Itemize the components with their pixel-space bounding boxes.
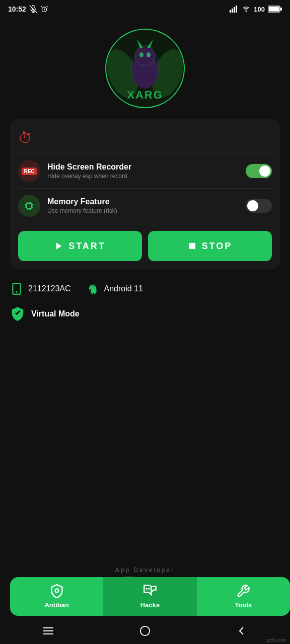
- device-info-row: 2112123AC Android 11: [0, 274, 290, 303]
- rec-badge: REC: [22, 168, 36, 175]
- battery-display: 100: [254, 6, 265, 13]
- play-icon: [54, 242, 63, 251]
- svg-rect-26: [27, 203, 32, 208]
- battery-icon: [268, 6, 282, 13]
- virtual-mode-label: Virtual Mode: [31, 309, 80, 318]
- toggle-text-memory: Memory Feature Use memory feature (risk): [47, 197, 117, 214]
- svg-rect-13: [269, 7, 279, 12]
- status-bar: 10:52: [0, 0, 290, 18]
- svg-rect-40: [189, 243, 195, 249]
- svg-text:XARG: XARG: [127, 89, 163, 101]
- time-display: 10:52: [8, 5, 26, 13]
- svg-line-4: [41, 6, 42, 7]
- nav-tools[interactable]: Tools: [197, 577, 290, 616]
- svg-rect-7: [232, 9, 233, 13]
- app-developer-label: App Developer: [115, 567, 175, 574]
- hide-screen-recorder-row: REC Hide Screen Recorder Hide overlay es…: [18, 153, 272, 188]
- home-icon: [139, 625, 151, 636]
- device-id-item: 2112123AC: [10, 282, 71, 295]
- svg-point-10: [246, 11, 247, 12]
- alarm-icon: [40, 5, 48, 13]
- memory-icon-circle: [18, 195, 40, 217]
- svg-line-5: [46, 6, 47, 7]
- hide-recorder-title: Hide Screen Recorder: [47, 163, 131, 172]
- svg-rect-12: [280, 8, 282, 11]
- android-version-item: Android 11: [86, 282, 143, 295]
- timer-icon: ⏱: [18, 130, 32, 146]
- nav-tools-label: Tools: [235, 601, 252, 609]
- phone-icon: [10, 282, 23, 295]
- memory-feature-row: Memory Feature Use memory feature (risk): [18, 188, 272, 223]
- android-version-value: Android 11: [104, 284, 143, 293]
- bottom-navigation: Antiban Hacks Tools: [10, 577, 290, 616]
- status-left: 10:52: [8, 5, 48, 13]
- menu-icon: [42, 626, 54, 635]
- system-nav-bar: pc6.com: [0, 618, 290, 644]
- stop-icon: [188, 242, 197, 251]
- chip-icon: [23, 200, 35, 212]
- wifi-icon: [242, 6, 251, 13]
- mute-icon: [29, 5, 37, 13]
- stop-button[interactable]: STOP: [148, 231, 272, 261]
- start-label: START: [68, 241, 106, 252]
- shield-check-icon: [10, 306, 25, 321]
- svg-rect-8: [234, 7, 235, 13]
- android-icon: [86, 282, 99, 295]
- app-logo: XARG: [105, 28, 185, 109]
- main-card: ⏱ REC Hide Screen Recorder Hide overlay …: [10, 119, 280, 269]
- spacer: [0, 330, 290, 470]
- start-stop-buttons: START STOP: [18, 231, 272, 261]
- toggle-left-memory: Memory Feature Use memory feature (risk): [18, 195, 246, 217]
- memory-title: Memory Feature: [47, 197, 117, 206]
- signal-icon: [230, 6, 239, 13]
- toggle-text-hide-recorder: Hide Screen Recorder Hide overlay esp wh…: [47, 163, 131, 180]
- toggle-left: REC Hide Screen Recorder Hide overlay es…: [18, 160, 246, 182]
- virtual-mode-row: Virtual Mode: [0, 303, 290, 330]
- system-menu-button[interactable]: [38, 621, 58, 641]
- nav-antiban[interactable]: Antiban: [10, 577, 103, 616]
- hide-recorder-subtitle: Hide overlay esp when record: [47, 173, 131, 180]
- back-icon: [237, 625, 246, 636]
- stop-label: STOP: [202, 241, 233, 252]
- tools-icon: [236, 584, 250, 598]
- rec-icon-circle: REC: [18, 160, 40, 182]
- system-back-button[interactable]: [232, 621, 252, 641]
- timer-row: ⏱: [18, 127, 272, 153]
- status-right: 100: [230, 6, 282, 13]
- svg-point-48: [55, 589, 58, 592]
- memory-subtitle: Use memory feature (risk): [47, 207, 117, 214]
- memory-toggle[interactable]: [246, 199, 272, 213]
- svg-point-54: [140, 626, 150, 635]
- device-id-value: 2112123AC: [28, 284, 71, 293]
- nav-hacks[interactable]: Hacks: [103, 577, 196, 616]
- hide-recorder-toggle[interactable]: [246, 164, 272, 178]
- svg-point-25: [130, 48, 160, 89]
- logo-area: XARG: [0, 18, 290, 114]
- nav-hacks-label: Hacks: [140, 601, 160, 609]
- system-home-button[interactable]: [135, 621, 155, 641]
- watermark-text: pc6.com: [267, 637, 286, 643]
- svg-marker-39: [56, 243, 62, 250]
- hacks-icon: [143, 584, 157, 598]
- antiban-icon: [50, 584, 64, 598]
- svg-rect-9: [236, 6, 237, 13]
- nav-antiban-label: Antiban: [44, 601, 68, 609]
- start-button[interactable]: START: [18, 231, 142, 261]
- svg-rect-6: [230, 10, 231, 13]
